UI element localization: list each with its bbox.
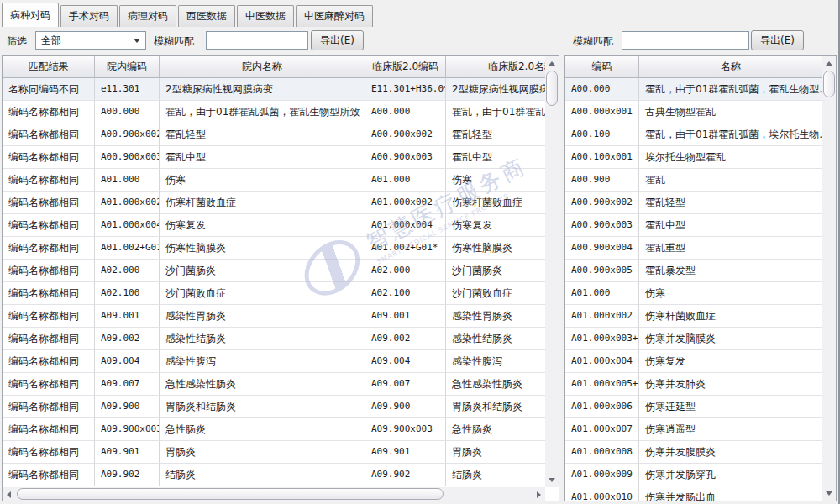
cell-clinical-code: A09.001 [365,305,446,328]
table-row[interactable]: A01.000x003+...伤寒并发脑膜炎 [565,328,822,350]
table-row[interactable]: A01.000伤寒 [565,282,822,305]
cell-clinical-code: A09.900x003 [365,418,446,441]
left-horizontal-scrollbar[interactable] [3,487,545,501]
table-row[interactable]: A00.100x001埃尔托生物型霍乱 [565,146,822,169]
cell-hospital-code: A00.900x002 [95,123,160,146]
column-header-code[interactable]: 编码 [565,56,639,78]
fuzzy-match-input[interactable] [622,31,749,50]
scroll-right-icon[interactable] [537,491,541,498]
cell-match-result: 编码名称都相同 [3,282,95,305]
table-row[interactable]: 名称同编码不同e11.3012型糖尿病性视网膜病变E11.301+H36.0*2… [3,78,545,101]
cell-clinical-name: 结肠炎 [446,464,559,486]
cell-hospital-name: 伤寒 [160,169,365,192]
cell-hospital-code: A09.901 [95,441,160,464]
export-button[interactable]: 导出(E) [751,30,804,50]
column-header-match-result[interactable]: 匹配结果 [3,56,95,78]
column-header-clinical-code[interactable]: 临床版2.0编码 [365,56,446,78]
cell-name: 伤寒逍遥型 [639,418,823,441]
cell-clinical-name: 胃肠炎和结肠炎 [446,396,559,418]
table-row[interactable]: 编码名称都相同A01.000x004伤寒复发A01.000x004伤寒复发 [3,214,545,237]
table-row[interactable]: 编码名称都相同A01.002+G01*伤寒性脑膜炎A01.002+G01*伤寒性… [3,237,545,260]
cell-clinical-code: A02.000 [365,260,446,282]
column-header-clinical-name[interactable]: 临床版2.0名称 [446,56,559,78]
table-row[interactable]: 编码名称都相同A01.000x002伤寒杆菌败血症A01.000x002伤寒杆菌… [3,192,545,214]
tab-disease-code-matching[interactable]: 病种对码 [2,3,59,27]
tab-surgery-code-matching[interactable]: 手术对码 [60,5,118,27]
scrollbar-thumb[interactable] [823,71,835,97]
cell-hospital-code: A01.000 [95,169,160,192]
column-header-hospital-code[interactable]: 院内编码 [95,56,160,78]
tab-tcm-data[interactable]: 中医数据 [237,5,294,27]
column-header-hospital-name[interactable]: 院内名称 [160,56,365,78]
table-row[interactable]: A01.000x005+...伤寒并发肺炎 [565,373,822,396]
panel-splitter[interactable] [560,27,564,502]
cell-clinical-code: A09.902 [365,464,446,486]
cell-match-result: 编码名称都相同 [3,146,95,169]
export-button[interactable]: 导出(E) [311,30,364,50]
cell-match-result: 编码名称都相同 [3,101,95,123]
table-row[interactable]: A00.000霍乱，由于01群霍乱弧菌，霍乱生物型... [565,78,822,101]
cell-name: 霍乱轻型 [639,192,823,214]
table-row[interactable]: A00.100霍乱，由于01群霍乱弧菌，埃尔托生物... [565,123,822,146]
scroll-left-icon[interactable] [7,491,11,498]
cell-code: A01.000x008 [565,441,639,464]
left-vertical-scrollbar[interactable] [545,56,559,487]
cell-clinical-name: 霍乱中型 [446,146,559,169]
table-row[interactable]: 编码名称都相同A01.000伤寒A01.000伤寒 [3,169,545,192]
cell-clinical-code: A09.002 [365,328,446,350]
table-row[interactable]: A01.000x008伤寒并发腹膜炎 [565,441,822,464]
scroll-up-icon[interactable] [826,61,832,66]
scroll-up-icon[interactable] [549,61,555,66]
table-row[interactable]: A01.000x010伤寒并发肠出血 [565,486,822,501]
table-row[interactable]: 编码名称都相同A09.004感染性腹泻A09.004感染性腹泻 [3,350,545,373]
fuzzy-match-input[interactable] [206,31,308,50]
table-row[interactable]: A01.000x004伤寒复发 [565,350,822,373]
table-row[interactable]: 编码名称都相同A00.900x002霍乱轻型A00.900x002霍乱轻型 [3,123,545,146]
table-row[interactable]: 编码名称都相同A09.001感染性胃肠炎A09.001感染性胃肠炎 [3,305,545,328]
cell-name: 霍乱重型 [639,237,823,260]
scrollbar-thumb[interactable] [17,488,444,500]
cell-name: 伤寒迁延型 [639,396,823,418]
table-row[interactable]: A01.000x006伤寒迁延型 [565,396,822,418]
tab-western-medicine-data[interactable]: 西医数据 [178,5,235,27]
table-row[interactable]: A01.000x007伤寒逍遥型 [565,418,822,441]
table-row[interactable]: 编码名称都相同A00.000霍乱，由于01群霍乱弧菌，霍乱生物型所致A00.00… [3,101,545,123]
cell-code: A00.900x004 [565,237,639,260]
cell-name: 霍乱，由于01群霍乱弧菌，霍乱生物型... [639,78,823,101]
table-row[interactable]: 编码名称都相同A09.902结肠炎A09.902结肠炎 [3,464,545,486]
cell-clinical-code: A09.007 [365,373,446,396]
table-row[interactable]: 编码名称都相同A02.000沙门菌肠炎A02.000沙门菌肠炎 [3,260,545,282]
table-row[interactable]: 编码名称都相同A09.007急性感染性肠炎A09.007急性感染性肠炎 [3,373,545,396]
cell-code: A01.000x009 [565,464,639,486]
table-row[interactable]: A00.000x001古典生物型霍乱 [565,101,822,123]
scrollbar-thumb[interactable] [546,71,558,106]
table-row[interactable]: 编码名称都相同A09.900胃肠炎和结肠炎A09.900胃肠炎和结肠炎 [3,396,545,418]
table-row[interactable]: A01.000x009伤寒并发肠穿孔 [565,464,822,486]
right-vertical-scrollbar[interactable] [822,56,836,501]
chevron-down-icon [134,39,140,43]
tab-tcm-anesthesia-matching[interactable]: 中医麻醉对码 [296,5,373,27]
cell-hospital-name: 感染性腹泻 [160,350,365,373]
table-row[interactable]: 编码名称都相同A00.900x003霍乱中型A00.900x003霍乱中型 [3,146,545,169]
column-header-name[interactable]: 名称 [639,56,823,78]
table-row[interactable]: 编码名称都相同A09.901胃肠炎A09.901胃肠炎 [3,441,545,464]
fuzzy-match-label: 模糊匹配 [573,34,613,49]
filter-select[interactable]: 全部 [35,31,146,50]
scroll-down-icon[interactable] [826,491,832,496]
table-row[interactable]: A00.900x002霍乱轻型 [565,192,822,214]
scroll-down-icon[interactable] [549,478,555,482]
table-row[interactable]: A01.000x002伤寒杆菌败血症 [565,305,822,328]
table-row[interactable]: A00.900x005霍乱暴发型 [565,260,822,282]
export-button-label: 导出( [320,34,344,46]
table-row[interactable]: 编码名称都相同A09.900x003急性肠炎A09.900x003急性肠炎 [3,418,545,441]
cell-clinical-name: 霍乱，由于01群霍乱弧菌，霍乱生物型所致 [446,101,559,123]
tab-pathology-code-matching[interactable]: 病理对码 [119,5,176,27]
table-row[interactable]: 编码名称都相同A02.100沙门菌败血症A02.100沙门菌败血症 [3,282,545,305]
table-row[interactable]: A00.900x004霍乱重型 [565,237,822,260]
table-row[interactable]: A00.900x003霍乱中型 [565,214,822,237]
table-row[interactable]: 编码名称都相同A09.002感染性结肠炎A09.002感染性结肠炎 [3,328,545,350]
cell-name: 霍乱，由于01群霍乱弧菌，埃尔托生物... [639,123,823,146]
cell-hospital-name: 沙门菌败血症 [160,282,365,305]
table-row[interactable]: A00.900霍乱 [565,169,822,192]
cell-code: A01.000x005+... [565,373,639,396]
